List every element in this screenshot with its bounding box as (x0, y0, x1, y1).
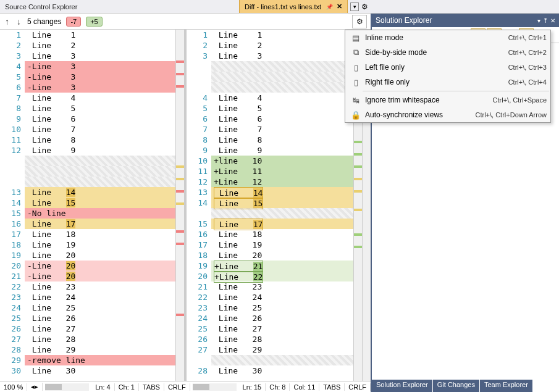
code-line: -Line 3 (25, 82, 175, 93)
pin-icon[interactable]: 📌 (326, 4, 333, 10)
change-count: 5 changes (27, 17, 61, 26)
code-line (211, 61, 353, 72)
right-line: Ln: 15 (239, 383, 266, 391)
tab-diff-active[interactable]: Diff - lines1.txt vs lines.txt 📌 ✕ (239, 0, 348, 13)
code-line: Line 19 (211, 240, 353, 250)
solution-explorer-bottom-tabs: Solution ExplorerGit ChangesTeam Explore… (372, 380, 559, 392)
code-line: Line 26 (25, 313, 175, 323)
menu-label: Auto-synchronize views (363, 111, 475, 119)
menu-label: Ignore trim whitespace (363, 96, 493, 104)
code-line: Line 20 (25, 250, 175, 261)
code-line: +Line 12 (211, 177, 353, 187)
left-gutter: 1234567891011121314151617181920212223242… (0, 30, 25, 381)
left-hscroll[interactable] (45, 383, 89, 391)
document-tabs: Source Control Explorer Diff - lines1.tx… (0, 0, 559, 14)
dropdown-icon[interactable]: ▾ (350, 2, 359, 11)
code-line: Line 9 (25, 145, 175, 156)
code-line: Line 26 (211, 313, 353, 323)
code-line: Line 17 (25, 219, 175, 229)
code-line: Line 18 (211, 229, 353, 240)
left-overview[interactable] (175, 30, 184, 381)
code-line: Line 27 (211, 323, 353, 334)
code-line: -Line 20 (25, 271, 175, 281)
right-crlf: CRLF (345, 383, 371, 391)
code-line: +Line 21 (211, 261, 353, 271)
panel-close-icon[interactable]: ✕ (550, 17, 555, 24)
code-line: Line 28 (211, 334, 353, 344)
left-pane: 1234567891011121314151617181920212223242… (0, 30, 184, 381)
removed-badge: -7 (66, 17, 81, 27)
diff-settings-button[interactable]: ⚙ (352, 15, 367, 28)
menu-label: Side-by-side mode (363, 48, 508, 57)
code-line: Line 20 (211, 250, 353, 261)
code-line: -Line 20 (25, 261, 175, 271)
menu-item[interactable]: ⧉Side-by-side modeCtrl+\, Ctrl+2 (345, 45, 550, 60)
code-line (25, 177, 175, 187)
menu-icon: ▯ (349, 78, 363, 87)
menu-shortcut: Ctrl+\, Ctrl+1 (508, 34, 547, 41)
code-line: Line 3 (25, 51, 175, 61)
code-line: -Line 3 (25, 72, 175, 82)
added-badge: +5 (86, 17, 103, 27)
panel-tab[interactable]: Solution Explorer (372, 380, 432, 392)
gear-icon[interactable]: ⚙ (361, 2, 368, 11)
menu-shortcut: Ctrl+\, Ctrl+3 (508, 64, 547, 71)
menu-label: Right file only (363, 78, 508, 86)
code-line: Line 4 (25, 93, 175, 103)
code-line: Line 30 (211, 365, 353, 376)
code-line: Line 1 (211, 30, 353, 40)
code-line: Line 15 (25, 198, 175, 208)
code-line: Line 8 (25, 135, 175, 145)
menu-icon: ▤ (349, 33, 363, 43)
tab-source-control-explorer[interactable]: Source Control Explorer (0, 0, 239, 13)
code-line: Line 14 (211, 187, 353, 198)
code-line: -No line (25, 208, 175, 219)
panel-pin-icon[interactable]: ⤒ (543, 17, 548, 24)
menu-item[interactable]: ▯Right file onlyCtrl+\, Ctrl+4 (345, 75, 550, 90)
code-line (211, 82, 353, 93)
right-pane: 1234567891011121314151617181920212223242… (184, 30, 371, 381)
panel-tab[interactable]: Team Explorer (480, 380, 532, 392)
next-change-button[interactable]: ↓ (15, 17, 22, 27)
menu-icon: ⧉ (349, 48, 363, 57)
code-line: Line 18 (25, 229, 175, 240)
right-hscroll[interactable] (193, 383, 237, 391)
right-code[interactable]: Line 1 Line 2 Line 3 Line 4 Line 5 Line … (211, 30, 353, 381)
code-line: Line 24 (211, 292, 353, 302)
solution-explorer-header: Solution Explorer ▾ ⤒ ✕ (372, 14, 559, 27)
zoom-level[interactable]: 100 % (0, 383, 27, 391)
code-line: Line 8 (211, 135, 353, 145)
code-line: Line 24 (25, 292, 175, 302)
menu-label: Left file only (363, 63, 508, 72)
code-line: Line 7 (25, 124, 175, 135)
panel-tab[interactable]: Git Changes (433, 380, 479, 392)
menu-shortcut: Ctrl+\, Ctrl+Down Arrow (475, 111, 547, 119)
menu-shortcut: Ctrl+\, Ctrl+4 (508, 78, 547, 86)
close-icon[interactable]: ✕ (337, 2, 342, 10)
code-line: +Line 11 (211, 166, 353, 177)
code-line: Line 17 (211, 219, 353, 229)
code-line: Line 3 (211, 51, 353, 61)
code-line: +line 10 (211, 156, 353, 166)
right-gutter: 1234567891011121314151617181920212223242… (187, 30, 211, 381)
right-col: Col: 11 (290, 383, 319, 391)
code-line (25, 166, 175, 177)
menu-shortcut: Ctrl+\, Ctrl+Space (493, 96, 547, 104)
left-code[interactable]: Line 1 Line 2 Line 3-Line 3-Line 3-Line … (25, 30, 175, 381)
left-char: Ch: 1 (115, 383, 139, 391)
menu-item[interactable]: ▯Left file onlyCtrl+\, Ctrl+3 (345, 60, 550, 75)
code-line: Line 25 (211, 302, 353, 313)
menu-item[interactable]: 🔒Auto-synchronize viewsCtrl+\, Ctrl+Down… (345, 107, 550, 122)
code-line: Line 28 (25, 334, 175, 344)
prev-change-button[interactable]: ↑ (4, 17, 11, 27)
code-line: -remove line (25, 355, 175, 365)
code-line: Line 23 (25, 281, 175, 292)
hscroll-arrows[interactable]: ◂▸ (27, 383, 43, 391)
menu-item[interactable]: ▤Inline modeCtrl+\, Ctrl+1 (345, 30, 550, 45)
code-line: Line 19 (25, 240, 175, 250)
panel-dropdown-icon[interactable]: ▾ (537, 17, 540, 24)
code-line: Line 2 (211, 40, 353, 51)
menu-item[interactable]: ↹Ignore trim whitespaceCtrl+\, Ctrl+Spac… (345, 93, 550, 107)
code-line (25, 156, 175, 166)
code-line: Line 6 (25, 114, 175, 124)
